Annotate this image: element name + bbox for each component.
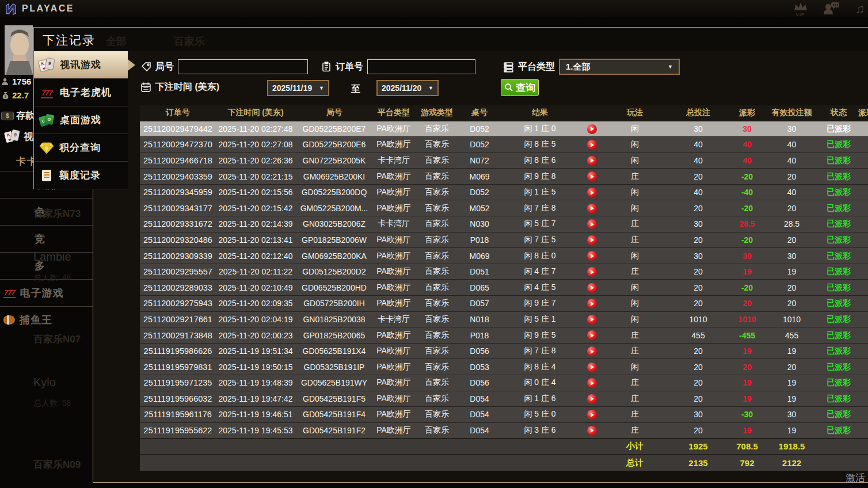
video-cell[interactable]: [580, 121, 603, 137]
game-type: 百家乐: [414, 184, 459, 200]
table-row[interactable]: 2511200292955572025-11-20 02:11:22GD0512…: [140, 264, 868, 280]
video-cell[interactable]: [580, 375, 603, 391]
round-input[interactable]: [178, 59, 308, 74]
video-cell[interactable]: [580, 280, 603, 296]
modal-title: 下注记录: [43, 32, 96, 48]
video-cell[interactable]: [580, 359, 603, 375]
table-row[interactable]: 2511200293459592025-11-20 02:15:56GD0522…: [140, 184, 868, 200]
date-from-select[interactable]: 2025/11/19 ▼: [267, 80, 329, 96]
brand-logo[interactable]: PLAYACE: [5, 2, 74, 15]
play-video-button[interactable]: [587, 251, 597, 261]
menu-item-quota-records[interactable]: 额度记录: [34, 162, 128, 189]
customer-service-button[interactable]: [823, 1, 840, 17]
table-row[interactable]: 2511191959660322025-11-19 19:47:42GD0542…: [140, 391, 868, 407]
chevron-down-icon: ▼: [428, 85, 433, 91]
play-video-button[interactable]: [587, 346, 597, 356]
play-video-button[interactable]: [587, 315, 597, 325]
play-video-button[interactable]: [587, 299, 597, 308]
document-icon: [42, 170, 51, 181]
play-video-button[interactable]: [587, 140, 597, 150]
bet-side: 闲: [603, 121, 667, 137]
video-cell[interactable]: [580, 137, 603, 153]
table-row[interactable]: 2511200293093392025-11-20 02:12:40GM0692…: [140, 248, 868, 264]
play-video-button[interactable]: [587, 204, 597, 214]
platform-select[interactable]: 1.全部 ▼: [559, 59, 680, 75]
table-row[interactable]: 2511191959866262025-11-19 19:51:34GD0562…: [140, 343, 868, 359]
table-row[interactable]: 2511200294033592025-11-20 02:21:15GM0692…: [140, 169, 868, 185]
deposit-button[interactable]: $ 存款: [1, 110, 35, 122]
valid-bet: 30: [764, 407, 819, 423]
table-row[interactable]: 2511191959611762025-11-19 19:46:51GD0542…: [140, 407, 868, 423]
video-cell[interactable]: [580, 264, 603, 280]
table-no: D054: [459, 422, 500, 439]
search-button[interactable]: 查询: [501, 79, 539, 96]
bet-time: 2025-11-20 02:27:48: [216, 121, 295, 137]
table-row[interactable]: 2511200294667182025-11-20 02:26:36GN0722…: [140, 152, 868, 169]
deposit-label: 存款: [16, 110, 35, 122]
total-bet: 20: [667, 264, 730, 280]
payout: 19: [730, 391, 764, 407]
play-video-button[interactable]: [587, 283, 597, 293]
play-video-button[interactable]: [587, 156, 597, 166]
play-video-button[interactable]: [587, 394, 597, 404]
table-row[interactable]: 2511200293431772025-11-20 02:15:42GM0522…: [140, 200, 868, 216]
video-cell[interactable]: [580, 232, 603, 248]
table-row[interactable]: 2511200293204862025-11-20 02:13:41GP0182…: [140, 232, 868, 248]
order-no: 251120029331672: [140, 216, 216, 232]
play-video-button[interactable]: [587, 219, 597, 229]
video-cell[interactable]: [580, 422, 603, 439]
video-cell[interactable]: [580, 169, 603, 185]
video-cell[interactable]: [580, 200, 603, 216]
order-no: 251119195971235: [140, 375, 216, 391]
video-cell[interactable]: [580, 343, 603, 359]
game-type: 百家乐: [414, 407, 459, 423]
table-row[interactable]: 2511191959712352025-11-19 19:48:39GD0562…: [140, 375, 868, 391]
play-video-button[interactable]: [587, 410, 597, 420]
table-row[interactable]: 2511200294723702025-11-20 02:27:08GD0522…: [140, 137, 868, 153]
table-row[interactable]: 2511200291738482025-11-20 02:00:23GP0182…: [140, 327, 868, 344]
play-video-button[interactable]: [587, 235, 597, 245]
vip-button[interactable]: VIP: [793, 2, 808, 17]
video-cell[interactable]: [580, 152, 603, 169]
play-video-button[interactable]: [587, 171, 597, 181]
video-cell[interactable]: [580, 296, 603, 312]
video-cell[interactable]: [580, 216, 603, 232]
menu-item-slots[interactable]: 777 电子老虎机: [34, 79, 128, 106]
table-row[interactable]: 2511200293316722025-11-20 02:14:39GN0302…: [140, 216, 868, 232]
table-row[interactable]: 2511200294794422025-11-20 02:27:48GD0522…: [140, 121, 868, 137]
video-cell[interactable]: [580, 327, 603, 344]
table-row[interactable]: 2511200292176612025-11-20 02:04:19GN0182…: [140, 311, 868, 327]
play-video-button[interactable]: [587, 426, 597, 436]
table-row[interactable]: 2511191959556222025-11-19 19:45:53GD0542…: [140, 422, 868, 439]
video-cell[interactable]: [580, 248, 603, 264]
valid-bet: 20: [764, 359, 819, 375]
avatar[interactable]: [5, 25, 33, 75]
video-cell[interactable]: [580, 407, 603, 423]
table-row[interactable]: 2511200292890332025-11-20 02:10:49GD0652…: [140, 280, 868, 296]
round-no: GM06925B200KA: [295, 248, 373, 264]
date-to-select[interactable]: 2025/11/20 ▼: [376, 80, 439, 96]
video-cell[interactable]: [580, 184, 603, 200]
game-type: 百家乐: [414, 327, 459, 344]
result: 闲 5 庄 0: [500, 407, 580, 423]
round-no: GD05625B191WY: [295, 375, 373, 391]
music-icon[interactable]: ♫: [855, 2, 865, 17]
menu-label: 电子老虎机: [60, 86, 112, 99]
video-cell[interactable]: [580, 391, 603, 407]
bet-time: 2025-11-19 19:46:51: [216, 407, 295, 423]
video-cell[interactable]: [580, 311, 603, 327]
menu-item-table-games[interactable]: C O 桌面游戏: [34, 106, 128, 134]
table-row[interactable]: 2511200292759432025-11-20 02:09:35GD0572…: [140, 296, 868, 312]
table-row[interactable]: 2511191959798312025-11-19 19:50:15GD0532…: [140, 359, 868, 375]
play-video-button[interactable]: [587, 267, 597, 277]
play-video-button[interactable]: [587, 378, 597, 388]
sidebar-video-tab[interactable]: K♥9 视: [5, 129, 33, 144]
valid-bet: 20: [764, 280, 819, 296]
play-video-button[interactable]: [587, 124, 597, 134]
menu-item-points-query[interactable]: 积分查询: [34, 134, 128, 162]
menu-item-video-games[interactable]: K♥9 视讯游戏: [34, 51, 128, 79]
play-video-button[interactable]: [587, 330, 597, 340]
order-input[interactable]: [367, 59, 475, 74]
play-video-button[interactable]: [587, 188, 597, 197]
play-video-button[interactable]: [587, 363, 597, 372]
